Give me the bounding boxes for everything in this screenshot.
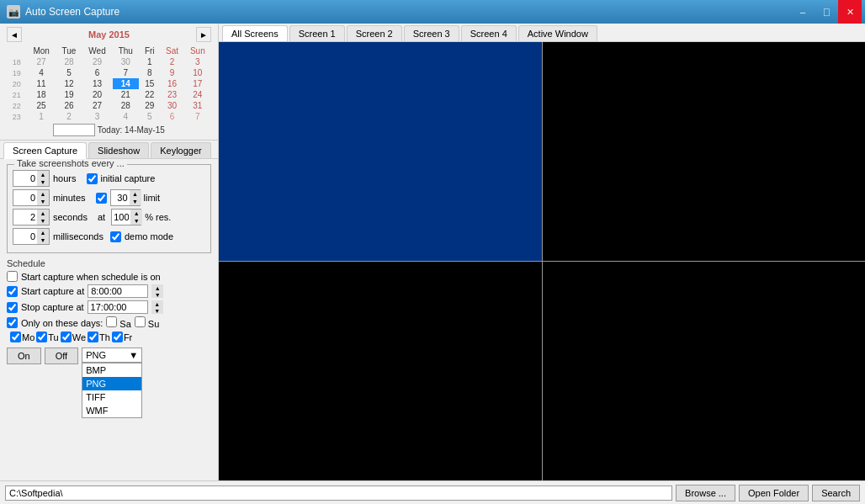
cal-day[interactable]: 17 xyxy=(184,78,211,89)
start-time-up[interactable]: ▲ xyxy=(151,284,163,291)
cal-day[interactable]: 28 xyxy=(113,100,139,111)
minutes-down[interactable]: ▼ xyxy=(37,198,49,205)
demo-mode-checkbox[interactable] xyxy=(110,231,121,242)
cal-day[interactable]: 5 xyxy=(56,67,82,78)
format-wmf[interactable]: WMF xyxy=(82,404,141,417)
format-png[interactable]: PNG xyxy=(82,377,141,390)
cal-day[interactable]: 6 xyxy=(160,111,183,122)
cal-day[interactable]: 16 xyxy=(160,78,183,89)
cal-day[interactable]: 13 xyxy=(82,78,112,89)
cal-prev-button[interactable]: ◄ xyxy=(7,27,22,42)
ms-input[interactable] xyxy=(13,231,37,242)
cal-day[interactable]: 6 xyxy=(82,67,112,78)
on-button[interactable]: On xyxy=(7,347,41,364)
cal-day[interactable]: 22 xyxy=(139,89,160,100)
stop-at-checkbox[interactable] xyxy=(7,302,18,313)
cal-day[interactable]: 25 xyxy=(27,100,56,111)
cal-day[interactable]: 9 xyxy=(160,67,183,78)
cal-day[interactable]: 4 xyxy=(27,67,56,78)
res-up[interactable]: ▲ xyxy=(130,210,142,217)
hours-spinner[interactable]: ▲ ▼ xyxy=(13,170,50,187)
cal-day[interactable]: 2 xyxy=(160,56,183,67)
cal-day[interactable]: 14 xyxy=(113,78,139,89)
cal-day[interactable]: 29 xyxy=(82,56,112,67)
cal-day[interactable]: 3 xyxy=(184,56,211,67)
cal-day[interactable]: 30 xyxy=(160,100,183,111)
hours-input[interactable] xyxy=(13,172,37,184)
screen-tab-all[interactable]: All Screens xyxy=(222,25,288,41)
cal-day[interactable]: 7 xyxy=(113,67,139,78)
screen-tab-2[interactable]: Screen 2 xyxy=(347,25,402,41)
close-button[interactable]: ✕ xyxy=(838,0,862,24)
cal-day[interactable]: 27 xyxy=(82,100,112,111)
format-tiff[interactable]: TIFF xyxy=(82,390,141,404)
ms-spinner[interactable]: ▲ ▼ xyxy=(13,228,50,245)
day-fr-checkbox[interactable] xyxy=(112,332,123,342)
stop-time-down[interactable]: ▼ xyxy=(151,307,163,314)
day-mo-checkbox[interactable] xyxy=(10,332,21,342)
only-days-checkbox[interactable] xyxy=(7,317,18,328)
start-time-down[interactable]: ▼ xyxy=(151,291,163,298)
minutes-input[interactable] xyxy=(13,192,37,204)
limit-up[interactable]: ▲ xyxy=(130,190,141,198)
format-bmp[interactable]: BMP xyxy=(82,363,141,377)
cal-day[interactable]: 29 xyxy=(139,100,160,111)
day-su-checkbox[interactable] xyxy=(135,316,146,327)
hours-up[interactable]: ▲ xyxy=(37,171,49,178)
seconds-input[interactable] xyxy=(13,211,37,223)
res-down[interactable]: ▼ xyxy=(130,217,142,225)
cal-day[interactable]: 2 xyxy=(56,111,82,122)
ms-down[interactable]: ▼ xyxy=(37,236,49,244)
stop-time-up[interactable]: ▲ xyxy=(151,300,163,307)
cal-next-button[interactable]: ► xyxy=(196,27,211,42)
restore-button[interactable]: ⎕ xyxy=(815,0,838,24)
path-input[interactable] xyxy=(5,485,672,501)
tab-keylogger[interactable]: Keylogger xyxy=(151,142,211,158)
off-button[interactable]: Off xyxy=(45,347,78,364)
start-time-input[interactable] xyxy=(88,284,148,298)
cal-day[interactable]: 3 xyxy=(82,111,112,122)
seconds-up[interactable]: ▲ xyxy=(37,210,49,217)
day-th-checkbox[interactable] xyxy=(88,332,98,342)
minimize-button[interactable]: – xyxy=(791,0,815,24)
cal-day[interactable]: 5 xyxy=(139,111,160,122)
cal-day[interactable]: 4 xyxy=(113,111,139,122)
minutes-spinner[interactable]: ▲ ▼ xyxy=(13,189,50,206)
initial-capture-checkbox[interactable] xyxy=(87,173,98,184)
cal-day[interactable]: 15 xyxy=(139,78,160,89)
screen-tab-3[interactable]: Screen 3 xyxy=(404,25,459,41)
cal-day[interactable]: 18 xyxy=(27,89,56,100)
limit-spinner[interactable]: ▲ ▼ xyxy=(110,189,141,206)
start-when-checkbox[interactable] xyxy=(7,271,18,282)
tab-slideshow[interactable]: Slideshow xyxy=(88,142,149,158)
tab-screen-capture[interactable]: Screen Capture xyxy=(3,142,87,159)
cal-day[interactable]: 1 xyxy=(139,56,160,67)
day-sa-checkbox[interactable] xyxy=(106,316,117,327)
cal-day[interactable]: 11 xyxy=(27,78,56,89)
day-tu-checkbox[interactable] xyxy=(36,332,47,342)
today-input[interactable] xyxy=(53,124,95,136)
screen-tab-4[interactable]: Screen 4 xyxy=(461,25,517,41)
cal-day[interactable]: 24 xyxy=(184,89,211,100)
search-button[interactable]: Search xyxy=(812,485,860,501)
cal-day[interactable]: 27 xyxy=(27,56,56,67)
cal-day[interactable]: 19 xyxy=(56,89,82,100)
cal-day[interactable]: 23 xyxy=(160,89,183,100)
seconds-spinner[interactable]: ▲ ▼ xyxy=(13,209,50,225)
cal-day[interactable]: 26 xyxy=(56,100,82,111)
limit-down[interactable]: ▼ xyxy=(130,198,141,205)
ms-up[interactable]: ▲ xyxy=(37,229,49,236)
screen-tab-active-window[interactable]: Active Window xyxy=(518,25,597,41)
res-spinner[interactable]: ▲ ▼ xyxy=(111,209,141,225)
cal-day[interactable]: 12 xyxy=(56,78,82,89)
cal-day[interactable]: 1 xyxy=(27,111,56,122)
browse-button[interactable]: Browse ... xyxy=(676,485,735,501)
minutes-up[interactable]: ▲ xyxy=(37,190,49,198)
screen-tab-1[interactable]: Screen 1 xyxy=(289,25,345,41)
limit-input[interactable] xyxy=(111,192,130,204)
hours-down[interactable]: ▼ xyxy=(37,178,49,186)
cal-day[interactable]: 20 xyxy=(82,89,112,100)
format-select[interactable]: PNG ▼ xyxy=(82,347,142,363)
limit-checkbox[interactable] xyxy=(96,193,107,204)
cal-day[interactable]: 30 xyxy=(113,56,139,67)
